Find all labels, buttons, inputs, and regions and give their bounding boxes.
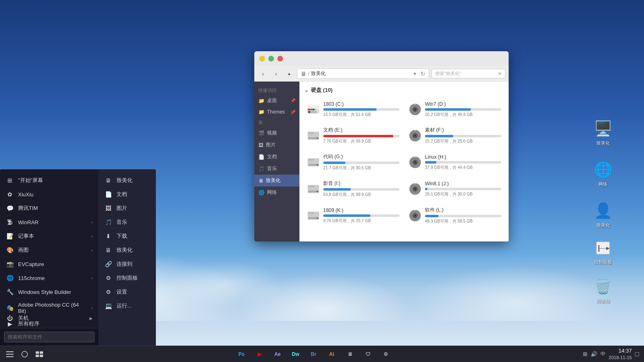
fm-sidebar-docs[interactable]: 📄 文档 (254, 151, 299, 163)
search-input[interactable] (4, 332, 94, 342)
network-tray-icon[interactable]: ⊞ (583, 351, 587, 357)
start-menu-right-item-run[interactable]: 💻 运行... (98, 299, 156, 313)
fm-sidebar-music[interactable]: 🎵 音乐 (254, 163, 299, 175)
image-icon: 🖼 (258, 142, 263, 148)
taskbar-center: Ps▶AeDwBrAi🖥🛡⚙ (49, 348, 578, 361)
drive-bar-fill (425, 215, 438, 217)
menu-label: 图片 (116, 205, 127, 212)
fm-back-button[interactable]: ‹ (258, 68, 268, 79)
menu-label: 致美化 (116, 246, 132, 254)
fm-up-button[interactable]: ▲ (284, 68, 295, 79)
svg-rect-11 (315, 109, 317, 110)
menu-item-label: "开始"屏幕 (18, 177, 43, 184)
svg-rect-54 (36, 355, 39, 357)
drive-item-j[interactable]: Win8.1 (J:) 29.1 GB可用，共 30.0 GB (406, 178, 504, 200)
menu-label: 运行... (116, 302, 132, 310)
start-menu-item-115chrome[interactable]: 🌐 115chrome › (0, 271, 98, 285)
volume-tray-icon[interactable]: 🔊 (591, 351, 597, 357)
taskbar-app-shield[interactable]: 🛡 (361, 348, 375, 361)
taskbar-start-button[interactable] (18, 348, 31, 361)
taskbar-app-ai[interactable]: Ai (324, 348, 339, 361)
drive-name: 素材 (F:) (425, 127, 501, 134)
taskbar: Ps▶AeDwBrAi🖥🛡⚙ ⊞ 🔊 中 14:37 2018-11-15 □ (0, 346, 644, 362)
taskbar-app-br[interactable]: Br (306, 348, 321, 361)
keyboard-indicator: 中 (601, 351, 605, 357)
drive-item-k[interactable]: 1809 (K:) 9.76 GB可用，共 25.7 GB (304, 204, 402, 227)
start-menu-right-item-pictures[interactable]: 🖼 图片 (98, 201, 156, 215)
taskbar-app-monitor[interactable]: 🖥 (343, 348, 357, 361)
start-menu-item-winrar[interactable]: 🗜 WinRAR › (0, 215, 98, 229)
drive-item-i[interactable]: 影音 (I:) 63.8 GB可用，共 99.9 GB (304, 178, 402, 200)
start-menu-item-tencent-tim[interactable]: 💬 腾讯TIM (0, 201, 98, 215)
svg-point-34 (317, 191, 318, 192)
svg-rect-48 (6, 351, 14, 352)
menu-item-icon: 📝 (6, 232, 14, 240)
drive-bar-fill (425, 135, 453, 137)
taskbar-taskview-button[interactable] (33, 348, 46, 361)
left-menu-items-container: ⊞ "开始"屏幕 ✿ XiuXiu 💬 腾讯TIM 🗜 WinRAR › 📝 记… (0, 173, 98, 331)
taskbar-dots-button[interactable] (3, 348, 16, 361)
menu-icon: ⬇ (104, 232, 112, 240)
drive-item-e[interactable]: 文档 (E:) 7.76 GB可用，共 99.9 GB (304, 124, 402, 147)
fm-forward-button[interactable]: › (271, 68, 281, 79)
start-menu-item-wsb[interactable]: 🔧 Windows Style Builder (0, 285, 98, 299)
taskbar-app-dw[interactable]: Dw (288, 348, 303, 361)
svg-rect-15 (414, 104, 416, 105)
drive-item-g[interactable]: 代码 (G:) 21.7 GB可用，共 30.5 GB (304, 151, 402, 173)
start-menu-item-start-screen[interactable]: ⊞ "开始"屏幕 (0, 173, 98, 187)
drive-bar-background (323, 188, 400, 191)
drive-info: 1803 (C:) 15.5 GB可用，共 51.6 GB (323, 101, 400, 118)
drive-item-f[interactable]: 素材 (F:) 15.7 GB可用，共 25.0 GB (406, 124, 504, 147)
menu-icon: 📄 (104, 190, 112, 198)
desktop-icon-network[interactable]: 🌐 网络 (587, 160, 619, 187)
taskbar-notification-icon[interactable]: □ (635, 351, 639, 358)
start-menu-item-notepad[interactable]: 📝 记事本 › (0, 229, 98, 243)
fm-sidebar-themes[interactable]: 📁 Themes 📌 (254, 107, 299, 117)
start-menu-item-xiuxiu[interactable]: ✿ XiuXiu (0, 187, 98, 201)
desktop-icon-control[interactable]: 控制面板 (587, 238, 619, 265)
fm-sidebar-network[interactable]: 🌐 网络 (254, 187, 299, 198)
drive-item-d[interactable]: Win7 (D:) 20.2 GB可用，共 49.9 GB (406, 99, 504, 120)
svg-rect-39 (414, 183, 416, 184)
taskbar-app-gear[interactable]: ⚙ (379, 348, 393, 361)
taskbar-app-ps[interactable]: Ps (234, 348, 249, 361)
fm-sidebar-pictures[interactable]: 🖼 图片 (254, 139, 299, 151)
fm-path-bar[interactable]: 🖥 / 致美化 ▼ ↻ (297, 68, 429, 79)
start-menu-right-item-control-panel[interactable]: ⚙ 控制面板 (98, 271, 156, 285)
start-menu-item-paint[interactable]: 🎨 画图 › (0, 243, 98, 257)
fm-maximize-button[interactable] (268, 56, 274, 61)
taskbar-app-yt[interactable]: ▶ (252, 348, 267, 361)
start-menu-right-item-settings[interactable]: ⚙ 设置 (98, 285, 156, 299)
drive-bar-fill (323, 188, 351, 191)
drive-bar-fill (323, 162, 345, 164)
desktop-icon-user[interactable]: 👤 致美化 (587, 201, 619, 228)
svg-point-42 (317, 217, 318, 219)
taskbar-app-ae[interactable]: Ae (270, 348, 285, 361)
svg-rect-47 (414, 210, 416, 211)
fm-sidebar-desktop[interactable]: 📁 桌面 📌 (254, 95, 299, 107)
desktop-icon-trash[interactable]: 🗑️ 回收站 (587, 277, 619, 304)
start-menu-right-item-zimehua[interactable]: 🖥 致美化 (98, 173, 156, 187)
start-menu-right-item-connect[interactable]: 🔗 连接到 (98, 257, 156, 271)
fm-toolbar: ‹ › ▲ 🖥 / 致美化 ▼ ↻ 搜索"致美化" ✕ (254, 66, 509, 82)
start-menu-right-item-download[interactable]: ⬇ 下载 (98, 229, 156, 243)
shutdown-item[interactable]: ⏻ 关机 ▶ (0, 311, 98, 325)
desktop-icon-pc[interactable]: 🖥️ 致美化 (587, 119, 619, 146)
start-menu-item-evcapture[interactable]: 📸 EVCapture (0, 257, 98, 271)
fm-minimize-button[interactable] (259, 56, 265, 61)
start-menu-right-item-music[interactable]: 🎵 音乐 (98, 215, 156, 229)
fm-sidebar-zimehua[interactable]: 🖥 致美化 (254, 175, 299, 187)
start-menu-right-item-zimehua2[interactable]: 🖥 致美化 (98, 243, 156, 257)
fm-close-button[interactable] (277, 56, 283, 61)
taskbar-left (0, 348, 49, 361)
drive-item-h[interactable]: Linux (H:) 37.9 GB可用，共 44.4 GB (406, 151, 504, 173)
fm-sidebar-videos[interactable]: 🎬 视频 (254, 127, 299, 139)
menu-label: 音乐 (116, 219, 127, 226)
drive-item-l[interactable]: 软件 (L:) 48.3 GB可用，共 58.5 GB (406, 204, 504, 227)
drive-item-c[interactable]: 1803 (C:) 15.5 GB可用，共 51.6 GB (304, 99, 402, 120)
fm-search-bar[interactable]: 搜索"致美化" ✕ (432, 69, 505, 78)
start-menu-right-item-docs[interactable]: 📄 文档 (98, 187, 156, 201)
pin-icon: 📌 (290, 110, 295, 114)
start-menu: ⊞ "开始"屏幕 ✿ XiuXiu 💬 腾讯TIM 🗜 WinRAR › 📝 记… (0, 169, 156, 346)
svg-point-51 (22, 351, 27, 357)
